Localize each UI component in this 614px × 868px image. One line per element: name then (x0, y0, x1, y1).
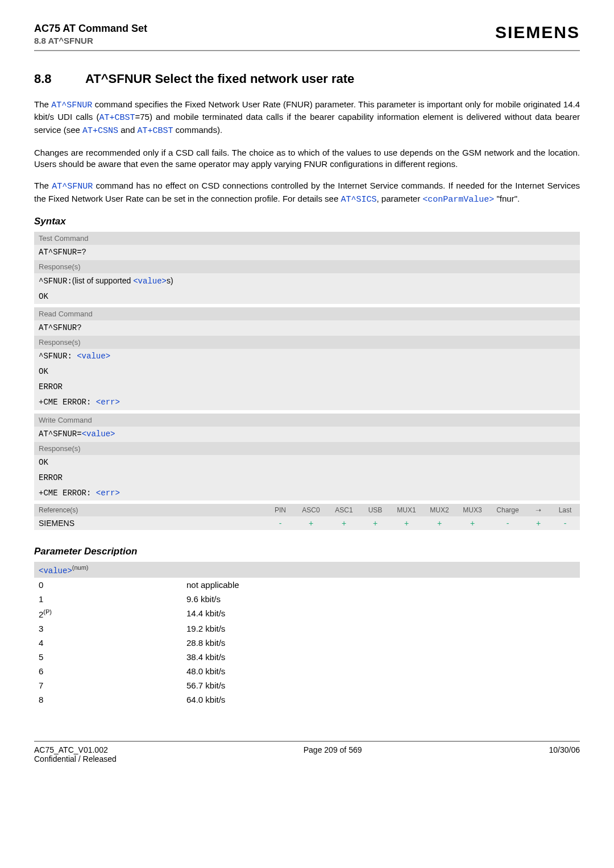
cmd-ref[interactable]: AT^SICS (341, 195, 376, 205)
parameter-row: 428.8 kbit/s (34, 636, 580, 650)
parameter-value: not applicable (186, 580, 575, 590)
brand-logo: SIEMENS (495, 23, 580, 42)
param-ref[interactable]: <conParmValue> (422, 195, 494, 205)
page-footer: AC75_ATC_V01.002 Confidential / Released… (34, 741, 580, 763)
ref-token: + (526, 516, 550, 530)
param-ref[interactable]: <value> (77, 352, 110, 361)
response-line: +CME ERROR: <err> (34, 395, 580, 410)
cmd-ref[interactable]: AT^SFNUR (52, 182, 93, 191)
write-command-block: Write Command AT^SFNUR=<value> Response(… (34, 414, 580, 501)
intro-paragraph-1: The AT^SFNUR command specifies the Fixed… (34, 99, 580, 137)
param-ref[interactable]: <err> (96, 398, 120, 407)
ref-col-header: PIN (266, 504, 294, 516)
footer-center: Page 209 of 569 (304, 745, 362, 763)
command-line: AT^SFNUR? (34, 320, 580, 336)
parameter-row: 19.6 kbit/s (34, 592, 580, 606)
response-line: OK (34, 364, 580, 379)
param-ref[interactable]: <err> (96, 489, 120, 498)
parameter-value: 38.4 kbit/s (186, 652, 575, 662)
ref-token: - (550, 516, 580, 530)
cmd-ref[interactable]: AT+CBST (99, 113, 135, 123)
parameter-key: 3 (39, 624, 186, 633)
command-line: AT^SFNUR=? (34, 245, 580, 260)
parameter-row: 648.0 kbit/s (34, 664, 580, 678)
block-label: Response(s) (34, 442, 580, 455)
ref-col-header: MUX3 (456, 504, 489, 516)
parameter-row: 864.0 kbit/s (34, 692, 580, 707)
reference-data-row: SIEMENS -++++++-+- (34, 516, 580, 530)
header-left: AC75 AT Command Set 8.8 AT^SFNUR (34, 23, 147, 45)
parameter-value: 48.0 kbit/s (186, 666, 575, 676)
section-number: 8.8 (34, 72, 85, 86)
parameter-value: 56.7 kbit/s (186, 681, 575, 690)
ref-col-header: USB (360, 504, 390, 516)
parameter-key: 4 (39, 638, 186, 648)
ref-col-header: MUX1 (390, 504, 423, 516)
parameter-row: 538.4 kbit/s (34, 650, 580, 664)
ref-token: + (327, 516, 360, 530)
parameter-row: 0not applicable (34, 578, 580, 592)
parameter-table: <value>(num) 0not applicable19.6 kbit/s2… (34, 562, 580, 707)
ref-token: + (390, 516, 423, 530)
ref-col-header: ASC1 (327, 504, 360, 516)
doc-title: AC75 AT Command Set (34, 23, 147, 35)
reference-header-row: Reference(s) PINASC0ASC1USBMUX1MUX2MUX3C… (34, 504, 580, 516)
command-line: AT^SFNUR=<value> (34, 427, 580, 442)
parameter-value: 64.0 kbit/s (186, 695, 575, 704)
reference-label: Reference(s) (34, 504, 266, 516)
parameter-key: 0 (39, 580, 186, 590)
cmd-ref[interactable]: AT+CBST (137, 126, 173, 136)
ref-col-header: ➝ (526, 504, 550, 516)
ref-col-header: MUX2 (423, 504, 456, 516)
response-line: ^SFNUR: <value> (34, 349, 580, 364)
parameter-value: 19.2 kbit/s (186, 624, 575, 633)
footer-right: 10/30/06 (549, 745, 580, 763)
response-line: ^SFNUR:(list of supported <value>s) (34, 273, 580, 289)
parameter-row: 2(P)14.4 kbit/s (34, 606, 580, 621)
parameter-row: 756.7 kbit/s (34, 678, 580, 692)
parameter-key: 7 (39, 681, 186, 690)
param-ref[interactable]: <value> (39, 566, 72, 575)
response-line: ERROR (34, 470, 580, 486)
parameter-name: <value>(num) (34, 562, 580, 578)
param-ref[interactable]: <value> (82, 429, 115, 439)
read-command-block: Read Command AT^SFNUR? Response(s) ^SFNU… (34, 307, 580, 410)
ref-token: + (360, 516, 390, 530)
section-title: AT^SFNUR Select the fixed network user r… (85, 72, 354, 86)
header-bar: AC75 AT Command Set 8.8 AT^SFNUR SIEMENS (34, 23, 580, 51)
footer-left: AC75_ATC_V01.002 Confidential / Released (34, 745, 117, 763)
test-command-block: Test Command AT^SFNUR=? Response(s) ^SFN… (34, 232, 580, 304)
ref-token: + (294, 516, 327, 530)
parameter-key: 5 (39, 652, 186, 662)
ref-token: - (489, 516, 526, 530)
parameter-key: 1 (39, 594, 186, 604)
intro-paragraph-3: The AT^SFNUR command has no effect on CS… (34, 180, 580, 206)
parameter-value: 28.8 kbit/s (186, 638, 575, 648)
section-heading: 8.8AT^SFNUR Select the fixed network use… (34, 72, 580, 86)
cmd-ref[interactable]: AT^SFNUR (51, 101, 92, 110)
parameter-key: 8 (39, 695, 186, 704)
ref-col-header: Charge (489, 504, 526, 516)
parameter-value: 9.6 kbit/s (186, 594, 575, 604)
parameter-key: 2(P) (39, 608, 186, 619)
block-label: Response(s) (34, 260, 580, 273)
response-line: OK (34, 455, 580, 470)
ref-col-header: Last (550, 504, 580, 516)
param-ref[interactable]: <value> (133, 277, 167, 286)
doc-section: 8.8 AT^SFNUR (34, 36, 147, 45)
block-label: Test Command (34, 232, 580, 245)
response-line: ERROR (34, 379, 580, 395)
block-label: Response(s) (34, 336, 580, 349)
ref-col-header: ASC0 (294, 504, 327, 516)
parameter-value: 14.4 kbit/s (186, 608, 575, 619)
parameter-key: 6 (39, 666, 186, 676)
cmd-ref[interactable]: AT+CSNS (82, 126, 118, 136)
response-line: OK (34, 289, 580, 304)
ref-token: + (456, 516, 489, 530)
block-label: Write Command (34, 414, 580, 427)
block-label: Read Command (34, 307, 580, 320)
intro-paragraph-2: Changes are recommended only if a CSD ca… (34, 147, 580, 170)
syntax-heading: Syntax (34, 216, 580, 227)
response-line: +CME ERROR: <err> (34, 486, 580, 501)
parameter-description-heading: Parameter Description (34, 546, 580, 557)
